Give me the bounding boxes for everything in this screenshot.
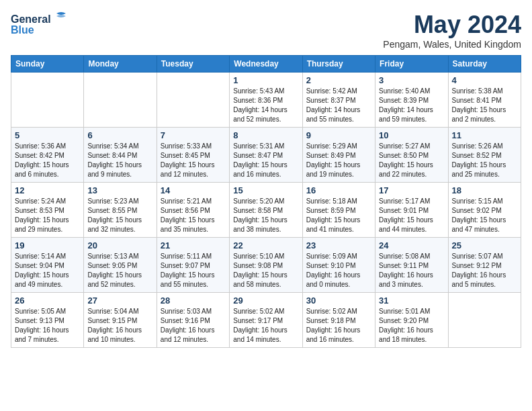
day-number: 26 <box>15 295 80 306</box>
day-number: 18 <box>452 185 517 195</box>
day-info: Sunrise: 5:21 AMSunset: 8:56 PMDaylight:… <box>161 197 226 234</box>
day-info: Sunrise: 5:13 AMSunset: 9:05 PMDaylight:… <box>87 252 152 289</box>
day-number: 29 <box>233 295 298 306</box>
day-number: 7 <box>161 130 226 140</box>
day-number: 8 <box>233 130 298 140</box>
weekday-header: Friday <box>375 56 448 73</box>
logo-svg: General Blue <box>11 11 71 36</box>
calendar-day-cell: 24Sunrise: 5:08 AMSunset: 9:11 PMDayligh… <box>375 238 448 293</box>
svg-text:General: General <box>11 13 51 25</box>
calendar-week-row: 12Sunrise: 5:24 AMSunset: 8:53 PMDayligh… <box>11 183 521 238</box>
calendar-day-cell: 26Sunrise: 5:05 AMSunset: 9:13 PMDayligh… <box>11 293 84 348</box>
day-info: Sunrise: 5:03 AMSunset: 9:16 PMDaylight:… <box>161 307 226 345</box>
day-number: 27 <box>87 295 152 306</box>
calendar-day-cell: 4Sunrise: 5:38 AMSunset: 8:41 PMDaylight… <box>448 73 521 128</box>
day-info: Sunrise: 5:31 AMSunset: 8:47 PMDaylight:… <box>233 142 298 179</box>
weekday-header: Sunday <box>11 56 84 73</box>
day-info: Sunrise: 5:40 AMSunset: 8:39 PMDaylight:… <box>379 87 444 124</box>
calendar-day-cell: 5Sunrise: 5:36 AMSunset: 8:42 PMDaylight… <box>11 128 84 183</box>
calendar-day-cell: 10Sunrise: 5:27 AMSunset: 8:50 PMDayligh… <box>375 128 448 183</box>
day-info: Sunrise: 5:07 AMSunset: 9:12 PMDaylight:… <box>452 252 517 289</box>
svg-text:Blue: Blue <box>11 24 34 36</box>
day-number: 4 <box>452 75 517 85</box>
day-info: Sunrise: 5:23 AMSunset: 8:55 PMDaylight:… <box>87 197 152 234</box>
day-number: 19 <box>15 240 80 250</box>
location: Pengam, Wales, United Kingdom <box>383 39 521 50</box>
calendar-day-cell <box>84 73 157 128</box>
calendar-day-cell <box>448 293 521 348</box>
day-number: 17 <box>379 185 444 195</box>
calendar-day-cell: 1Sunrise: 5:43 AMSunset: 8:36 PMDaylight… <box>230 73 302 128</box>
calendar-day-cell: 3Sunrise: 5:40 AMSunset: 8:39 PMDaylight… <box>375 73 448 128</box>
day-number: 3 <box>379 75 444 85</box>
calendar-day-cell: 15Sunrise: 5:20 AMSunset: 8:58 PMDayligh… <box>230 183 302 238</box>
calendar-day-cell: 27Sunrise: 5:04 AMSunset: 9:15 PMDayligh… <box>84 293 157 348</box>
day-number: 25 <box>452 240 517 250</box>
day-number: 9 <box>306 130 371 140</box>
day-number: 11 <box>452 130 517 140</box>
weekday-header: Saturday <box>448 56 521 73</box>
weekday-header: Wednesday <box>230 56 302 73</box>
day-info: Sunrise: 5:05 AMSunset: 9:13 PMDaylight:… <box>15 307 80 345</box>
day-info: Sunrise: 5:26 AMSunset: 8:52 PMDaylight:… <box>452 142 517 179</box>
day-info: Sunrise: 5:09 AMSunset: 9:10 PMDaylight:… <box>306 252 371 289</box>
day-info: Sunrise: 5:20 AMSunset: 8:58 PMDaylight:… <box>233 197 298 234</box>
title-area: May 2024 Pengam, Wales, United Kingdom <box>383 11 521 50</box>
calendar-week-row: 26Sunrise: 5:05 AMSunset: 9:13 PMDayligh… <box>11 293 521 348</box>
calendar-day-cell: 29Sunrise: 5:02 AMSunset: 9:17 PMDayligh… <box>230 293 302 348</box>
day-number: 28 <box>161 295 226 306</box>
calendar-day-cell: 9Sunrise: 5:29 AMSunset: 8:49 PMDaylight… <box>302 128 375 183</box>
day-info: Sunrise: 5:18 AMSunset: 8:59 PMDaylight:… <box>306 197 371 234</box>
day-number: 30 <box>306 295 371 306</box>
month-title: May 2024 <box>383 11 521 39</box>
day-number: 14 <box>161 185 226 195</box>
day-number: 15 <box>233 185 298 195</box>
day-info: Sunrise: 5:42 AMSunset: 8:37 PMDaylight:… <box>306 87 371 124</box>
calendar-day-cell: 20Sunrise: 5:13 AMSunset: 9:05 PMDayligh… <box>84 238 157 293</box>
weekday-header: Tuesday <box>157 56 229 73</box>
day-info: Sunrise: 5:08 AMSunset: 9:11 PMDaylight:… <box>379 252 444 289</box>
day-number: 23 <box>306 240 371 250</box>
day-number: 22 <box>233 240 298 250</box>
day-info: Sunrise: 5:02 AMSunset: 9:18 PMDaylight:… <box>306 307 371 345</box>
day-number: 10 <box>379 130 444 140</box>
day-info: Sunrise: 5:24 AMSunset: 8:53 PMDaylight:… <box>15 197 80 234</box>
calendar-day-cell: 7Sunrise: 5:33 AMSunset: 8:45 PMDaylight… <box>157 128 229 183</box>
day-info: Sunrise: 5:17 AMSunset: 9:01 PMDaylight:… <box>379 197 444 234</box>
day-info: Sunrise: 5:36 AMSunset: 8:42 PMDaylight:… <box>15 142 80 179</box>
day-number: 20 <box>87 240 152 250</box>
calendar-table: SundayMondayTuesdayWednesdayThursdayFrid… <box>11 55 521 348</box>
calendar-day-cell: 28Sunrise: 5:03 AMSunset: 9:16 PMDayligh… <box>157 293 229 348</box>
calendar-week-row: 1Sunrise: 5:43 AMSunset: 8:36 PMDaylight… <box>11 73 521 128</box>
day-number: 21 <box>161 240 226 250</box>
logo: General Blue <box>11 11 71 36</box>
day-number: 2 <box>306 75 371 85</box>
calendar-day-cell: 14Sunrise: 5:21 AMSunset: 8:56 PMDayligh… <box>157 183 229 238</box>
day-info: Sunrise: 5:02 AMSunset: 9:17 PMDaylight:… <box>233 307 298 345</box>
calendar-day-cell: 12Sunrise: 5:24 AMSunset: 8:53 PMDayligh… <box>11 183 84 238</box>
day-info: Sunrise: 5:14 AMSunset: 9:04 PMDaylight:… <box>15 252 80 289</box>
day-info: Sunrise: 5:10 AMSunset: 9:08 PMDaylight:… <box>233 252 298 289</box>
calendar-day-cell: 31Sunrise: 5:01 AMSunset: 9:20 PMDayligh… <box>375 293 448 348</box>
calendar-day-cell: 13Sunrise: 5:23 AMSunset: 8:55 PMDayligh… <box>84 183 157 238</box>
weekday-header: Monday <box>84 56 157 73</box>
day-info: Sunrise: 5:34 AMSunset: 8:44 PMDaylight:… <box>87 142 152 179</box>
calendar-day-cell <box>157 73 229 128</box>
calendar-day-cell <box>11 73 84 128</box>
day-info: Sunrise: 5:33 AMSunset: 8:45 PMDaylight:… <box>161 142 226 179</box>
calendar-day-cell: 23Sunrise: 5:09 AMSunset: 9:10 PMDayligh… <box>302 238 375 293</box>
day-number: 31 <box>379 295 444 306</box>
day-info: Sunrise: 5:11 AMSunset: 9:07 PMDaylight:… <box>161 252 226 289</box>
day-info: Sunrise: 5:43 AMSunset: 8:36 PMDaylight:… <box>233 87 298 124</box>
day-number: 16 <box>306 185 371 195</box>
calendar-day-cell: 30Sunrise: 5:02 AMSunset: 9:18 PMDayligh… <box>302 293 375 348</box>
day-number: 13 <box>87 185 152 195</box>
calendar-week-row: 19Sunrise: 5:14 AMSunset: 9:04 PMDayligh… <box>11 238 521 293</box>
day-info: Sunrise: 5:29 AMSunset: 8:49 PMDaylight:… <box>306 142 371 179</box>
calendar-day-cell: 21Sunrise: 5:11 AMSunset: 9:07 PMDayligh… <box>157 238 229 293</box>
day-info: Sunrise: 5:38 AMSunset: 8:41 PMDaylight:… <box>452 87 517 124</box>
calendar-day-cell: 8Sunrise: 5:31 AMSunset: 8:47 PMDaylight… <box>230 128 302 183</box>
calendar-day-cell: 17Sunrise: 5:17 AMSunset: 9:01 PMDayligh… <box>375 183 448 238</box>
day-number: 5 <box>15 130 80 140</box>
page-header: General Blue May 2024 Pengam, Wales, Uni… <box>11 11 521 50</box>
